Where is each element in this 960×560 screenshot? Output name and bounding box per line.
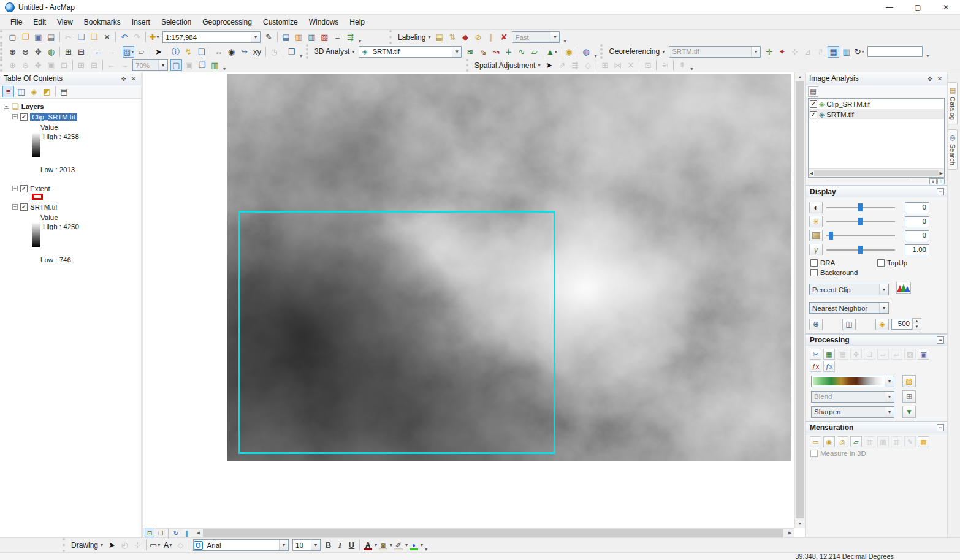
- add-data-icon[interactable]: ✚▾: [148, 31, 160, 43]
- stretch-type-combo[interactable]: Percent Clip ▾: [809, 284, 889, 295]
- resample-combo[interactable]: Nearest Neighbor ▾: [809, 302, 889, 314]
- undo-icon[interactable]: ↶: [118, 31, 130, 43]
- full-extent-icon[interactable]: ◍: [45, 46, 57, 58]
- scroll-right-icon[interactable]: ▶: [940, 171, 943, 176]
- menu-selection[interactable]: Selection: [156, 16, 197, 28]
- view-unplaced-labels-icon[interactable]: ✘: [498, 31, 509, 43]
- combo-arrow-icon[interactable]: ▼: [452, 47, 461, 57]
- open-folder-icon[interactable]: ❐: [20, 31, 31, 43]
- zoom-out-icon[interactable]: ⊖: [20, 46, 31, 58]
- map-horizontal-scrollbar[interactable]: ◀ ▶: [194, 529, 794, 538]
- clip-srtm-layer-label[interactable]: Clip_SRTM.tif: [30, 113, 77, 121]
- edit-function-icon[interactable]: ƒx: [823, 361, 835, 372]
- contrast-slider[interactable]: [826, 202, 895, 213]
- underline-button[interactable]: U: [346, 539, 357, 551]
- dra-checkbox[interactable]: [810, 259, 818, 267]
- toolbar-overflow-icon[interactable]: ▾: [221, 66, 227, 72]
- brightness-slider[interactable]: [826, 216, 895, 227]
- table-of-contents-window-icon[interactable]: ▤: [280, 31, 292, 43]
- flicker-rate-value[interactable]: 500: [891, 319, 912, 330]
- menu-customize[interactable]: Customize: [257, 16, 303, 28]
- toolbar-overflow-icon[interactable]: ▾: [688, 66, 695, 72]
- scroll-left-icon[interactable]: ◀: [810, 171, 813, 176]
- sa-select-icon[interactable]: ➤: [543, 59, 555, 71]
- ia-srtm-checkbox[interactable]: ✓: [810, 111, 817, 118]
- transparency-value[interactable]: 0: [905, 230, 929, 241]
- find-icon[interactable]: ◉: [226, 46, 237, 58]
- go-to-xy-icon[interactable]: xy: [251, 46, 263, 58]
- create-contours-icon[interactable]: ≋: [464, 46, 476, 58]
- spin-up-icon[interactable]: ▲: [913, 319, 921, 324]
- save-processing-icon[interactable]: ▣: [918, 349, 929, 360]
- toc-pin-icon[interactable]: ✜: [119, 74, 129, 83]
- fixed-zoom-out-icon[interactable]: ⊟: [75, 46, 87, 58]
- create-steepest-path-icon[interactable]: ⇘: [477, 46, 489, 58]
- refresh-view-icon[interactable]: ↻: [171, 529, 181, 537]
- 3d-analyst-layer-combo[interactable]: ◈ SRTM.tif ▼: [359, 46, 462, 58]
- brightness-icon[interactable]: ☀: [809, 216, 823, 227]
- splitter-handle-icon[interactable]: ▯: [937, 178, 945, 184]
- menu-view[interactable]: View: [51, 16, 78, 28]
- map-vertical-scrollbar[interactable]: ▲ ▼: [794, 72, 805, 528]
- slider-thumb[interactable]: [858, 246, 863, 254]
- slider-thumb[interactable]: [858, 203, 863, 211]
- contrast-value[interactable]: 0: [905, 202, 929, 213]
- horizontal-scroll-thumb[interactable]: [203, 529, 783, 537]
- search-window-icon[interactable]: ▥: [306, 31, 318, 43]
- toolbar-overflow-icon[interactable]: ▾: [592, 53, 598, 59]
- expander-icon[interactable]: −: [12, 114, 18, 119]
- rotation-angle-input[interactable]: [867, 46, 923, 57]
- fill-color-button[interactable]: ◙: [377, 539, 389, 551]
- image-analysis-close-icon[interactable]: ✕: [935, 74, 945, 83]
- open-link-table-icon[interactable]: ▥: [840, 46, 852, 58]
- processing-collapse-icon[interactable]: −: [937, 336, 944, 344]
- ramp-image-icon[interactable]: ▨: [902, 375, 916, 387]
- fixed-zoom-in-icon[interactable]: ⊞: [63, 46, 74, 58]
- pause-drawing-icon[interactable]: ∥: [182, 529, 192, 537]
- auto-registration-icon[interactable]: ✦: [776, 46, 788, 58]
- srtm-layer-label[interactable]: SRTM.tif: [30, 203, 58, 211]
- menu-insert[interactable]: Insert: [126, 16, 156, 28]
- list-by-drawing-order-icon[interactable]: ≡: [2, 86, 14, 97]
- toolbar-overflow-icon[interactable]: ▾: [562, 39, 568, 44]
- lock-labels-icon[interactable]: ⊘: [472, 31, 484, 43]
- list-by-source-icon[interactable]: ◫: [15, 86, 27, 97]
- pause-labeling-icon[interactable]: ∥: [485, 31, 497, 43]
- rotate-icon[interactable]: ↻▾: [853, 46, 865, 58]
- catalog-tab[interactable]: ▤ Catalog: [948, 82, 958, 124]
- srtm-visibility-checkbox[interactable]: ✓: [20, 203, 28, 211]
- caret-icon[interactable]: ▾: [156, 31, 159, 43]
- combo-arrow-icon[interactable]: ▾: [751, 47, 760, 57]
- caret-icon[interactable]: ▾: [158, 539, 160, 551]
- menu-file[interactable]: File: [5, 16, 28, 28]
- data-view-icon[interactable]: ⊡: [145, 529, 154, 537]
- minimize-button[interactable]: —: [875, 0, 904, 14]
- flicker-layer-icon[interactable]: ◈: [875, 319, 889, 330]
- scroll-left-icon[interactable]: ◀: [194, 531, 203, 535]
- combo-arrow-icon[interactable]: ▾: [885, 376, 894, 387]
- combo-arrow-icon[interactable]: ▾: [885, 407, 894, 417]
- label-weight-ranking-icon[interactable]: ◆: [459, 31, 471, 43]
- georeferencing-menu-button[interactable]: Georeferencing ▾: [606, 47, 667, 56]
- list-by-visibility-icon[interactable]: ◈: [28, 86, 40, 97]
- close-button[interactable]: ✕: [932, 0, 960, 14]
- slider-thumb[interactable]: [858, 218, 863, 225]
- font-size-combo[interactable]: 10 ▾: [292, 539, 321, 551]
- extent-layer-label[interactable]: Extent: [30, 185, 50, 192]
- zoom-in-icon[interactable]: ⊕: [7, 46, 18, 58]
- gamma-icon[interactable]: γ: [809, 244, 823, 255]
- map-scale-combo[interactable]: 1:157,984 ▾: [162, 31, 261, 43]
- georeferencing-layer-combo[interactable]: SRTM.tif ▾: [669, 46, 761, 58]
- menu-edit[interactable]: Edit: [28, 16, 51, 28]
- arcscene-icon[interactable]: ◉: [563, 46, 574, 58]
- drawing-menu-button[interactable]: Drawing ▾: [69, 541, 105, 550]
- expander-icon[interactable]: −: [4, 104, 9, 109]
- html-popup-icon[interactable]: ❑: [196, 46, 207, 58]
- new-document-icon[interactable]: ▢: [7, 31, 18, 43]
- 3d-analyst-menu-button[interactable]: 3D Analyst ▾: [312, 47, 357, 56]
- interpolate-polygon-icon[interactable]: ▱: [528, 46, 540, 58]
- toolbar-overflow-icon[interactable]: ▾: [423, 547, 429, 552]
- ia-srtm-label[interactable]: SRTM.tif: [826, 111, 854, 118]
- toggle-draft-mode-icon[interactable]: ▢: [170, 59, 182, 71]
- spatial-adjustment-menu-button[interactable]: Spatial Adjustment ▾: [472, 61, 543, 70]
